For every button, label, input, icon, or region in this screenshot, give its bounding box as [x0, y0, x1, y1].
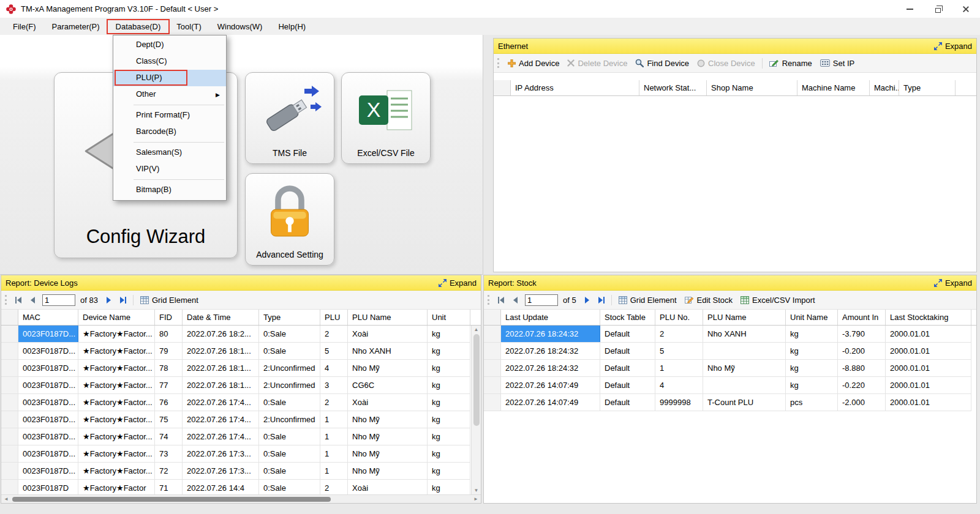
menu-tool[interactable]: Tool(T) — [168, 18, 209, 35]
cell-plu[interactable]: 5 — [320, 343, 348, 359]
first-record-button[interactable] — [12, 297, 25, 304]
horizontal-scrollbar[interactable]: ◄ ► — [1, 494, 481, 503]
cell-type[interactable]: 0:Sale — [259, 445, 320, 462]
cell-plu-name[interactable]: Nho XANH — [348, 343, 428, 359]
cell-unit[interactable]: kg — [428, 463, 470, 479]
cell-plu-no[interactable]: 4 — [655, 377, 703, 393]
add-device-button[interactable]: Add Device — [505, 56, 562, 70]
cell-plu[interactable]: 1 — [320, 428, 348, 445]
column-header[interactable]: IP Address — [511, 80, 639, 95]
scroll-up-icon[interactable]: ▲ — [474, 327, 479, 332]
cell-unit[interactable]: kg — [428, 377, 470, 393]
grid-element-button[interactable]: Grid Element — [616, 292, 680, 307]
cell-plu-name[interactable]: Nho Mỹ — [348, 445, 428, 462]
cell-fid[interactable]: 75 — [155, 411, 183, 428]
row-selector-cell[interactable] — [1, 463, 18, 479]
cell-plu-name[interactable]: Nho Mỹ — [703, 360, 786, 376]
menu-item-salesman[interactable]: Salesman(S) — [113, 144, 226, 161]
cell-device-name[interactable]: ★Factory★Factor... — [78, 445, 155, 462]
menu-item-other[interactable]: Other ▶ — [113, 86, 226, 103]
find-device-button[interactable]: Find Device — [632, 56, 692, 70]
column-header[interactable]: Device Name — [78, 310, 155, 325]
table-row[interactable]: 0023F0187D... ★Factory★Factor... 72 2022… — [1, 463, 470, 480]
cell-fid[interactable]: 80 — [155, 326, 183, 342]
prev-record-button[interactable] — [27, 297, 39, 304]
cell-plu-no[interactable]: 9999998 — [655, 394, 703, 411]
device-logs-expand-button[interactable]: Expand — [439, 278, 477, 288]
next-record-button[interactable] — [103, 297, 115, 304]
cell-mac[interactable]: 0023F0187D... — [18, 326, 78, 342]
column-header[interactable]: Last Stocktaking — [886, 310, 971, 325]
cell-stock-table[interactable]: Default — [600, 394, 655, 411]
cell-device-name[interactable]: ★Factory★Factor... — [78, 394, 155, 411]
scroll-left-icon[interactable]: ◄ — [1, 495, 11, 503]
cell-type[interactable]: 0:Sale — [259, 326, 320, 342]
scrollbar-thumb[interactable] — [473, 334, 480, 426]
excel-csv-file-button[interactable]: X Excel/CSV File — [341, 72, 431, 164]
table-row[interactable]: 0023F0187D... ★Factory★Factor... 73 2022… — [1, 445, 470, 463]
table-row[interactable]: 0023F0187D ★Factory★Factor 71 2022.07.26… — [1, 480, 470, 494]
row-selector-cell[interactable] — [1, 326, 18, 342]
first-record-button[interactable] — [495, 297, 508, 304]
cell-datetime[interactable]: 2022.07.26 14:4 — [183, 480, 259, 494]
cell-plu-name[interactable]: Nho Mỹ — [348, 428, 428, 445]
table-row[interactable]: 0023F0187D... ★Factory★Factor... 76 2022… — [1, 394, 470, 411]
menu-item-dept[interactable]: Dept(D) — [113, 37, 226, 53]
cell-plu-name[interactable]: Xoài — [348, 394, 428, 411]
close-button[interactable] — [952, 0, 980, 18]
row-selector-cell[interactable] — [484, 377, 501, 393]
prev-record-button[interactable] — [510, 297, 521, 304]
cell-plu-no[interactable]: 2 — [655, 326, 703, 342]
cell-type[interactable]: 0:Sale — [259, 463, 320, 479]
table-row[interactable]: 0023F0187D... ★Factory★Factor... 79 2022… — [1, 343, 470, 360]
cell-amount-in[interactable]: -8.880 — [838, 360, 886, 376]
cell-fid[interactable]: 74 — [155, 428, 183, 445]
column-header[interactable]: Type — [899, 80, 956, 95]
row-selector-cell[interactable] — [1, 394, 18, 411]
column-header[interactable]: MAC — [18, 310, 78, 325]
table-row[interactable]: 2022.07.26 18:24:32 Default 2 Nho XANH k… — [484, 326, 971, 343]
table-row[interactable]: 0023F0187D... ★Factory★Factor... 77 2022… — [1, 377, 470, 394]
cell-unit[interactable]: kg — [428, 343, 470, 359]
scrollbar-thumb[interactable] — [12, 497, 331, 502]
set-ip-button[interactable]: Set IP — [817, 56, 858, 70]
column-header[interactable]: Amount In — [838, 310, 886, 325]
cell-datetime[interactable]: 2022.07.26 18:1... — [183, 377, 259, 393]
last-record-button[interactable] — [595, 297, 608, 304]
cell-device-name[interactable]: ★Factory★Factor... — [78, 463, 155, 479]
table-row[interactable]: 2022.07.26 14:07:49 Default 4 kg -0.220 … — [484, 377, 971, 394]
row-selector-cell[interactable] — [484, 394, 501, 411]
cell-stock-table[interactable]: Default — [600, 326, 655, 342]
table-row[interactable]: 0023F0187D... ★Factory★Factor... 75 2022… — [1, 411, 470, 428]
cell-stock-table[interactable]: Default — [600, 343, 655, 359]
scroll-right-icon[interactable]: ► — [471, 495, 481, 503]
table-row[interactable]: 0023F0187D... ★Factory★Factor... 80 2022… — [1, 326, 470, 343]
menu-item-barcode[interactable]: Barcode(B) — [113, 124, 226, 140]
record-number-input[interactable] — [525, 294, 558, 306]
cell-unit[interactable]: kg — [428, 445, 470, 462]
record-number-input[interactable] — [42, 294, 75, 306]
cell-unit-name[interactable]: kg — [786, 360, 838, 376]
cell-type[interactable]: 0:Sale — [259, 343, 320, 359]
cell-last-stocktaking[interactable]: 2000.01.01 — [886, 326, 971, 342]
cell-fid[interactable]: 72 — [155, 463, 183, 479]
cell-fid[interactable]: 71 — [155, 480, 183, 494]
cell-device-name[interactable]: ★Factory★Factor... — [78, 411, 155, 428]
scroll-down-icon[interactable]: ▼ — [474, 488, 479, 493]
cell-datetime[interactable]: 2022.07.26 18:1... — [183, 360, 259, 376]
cell-last-update[interactable]: 2022.07.26 18:24:32 — [501, 326, 600, 342]
row-selector-cell[interactable] — [1, 343, 18, 359]
cell-unit[interactable]: kg — [428, 411, 470, 428]
column-header[interactable]: Machi... — [870, 80, 899, 95]
cell-amount-in[interactable]: -0.200 — [838, 343, 886, 359]
column-header[interactable]: Shop Name — [707, 80, 797, 95]
cell-datetime[interactable]: 2022.07.26 17:4... — [183, 428, 259, 445]
cell-type[interactable]: 0:Sale — [259, 428, 320, 445]
cell-plu[interactable]: 1 — [320, 463, 348, 479]
cell-plu-name[interactable] — [703, 377, 786, 393]
cell-last-stocktaking[interactable]: 2000.01.01 — [886, 394, 971, 411]
cell-mac[interactable]: 0023F0187D... — [18, 394, 78, 411]
table-row[interactable]: 0023F0187D... ★Factory★Factor... 78 2022… — [1, 360, 470, 377]
column-header[interactable]: Last Update — [501, 310, 600, 325]
cell-amount-in[interactable]: -0.220 — [838, 377, 886, 393]
